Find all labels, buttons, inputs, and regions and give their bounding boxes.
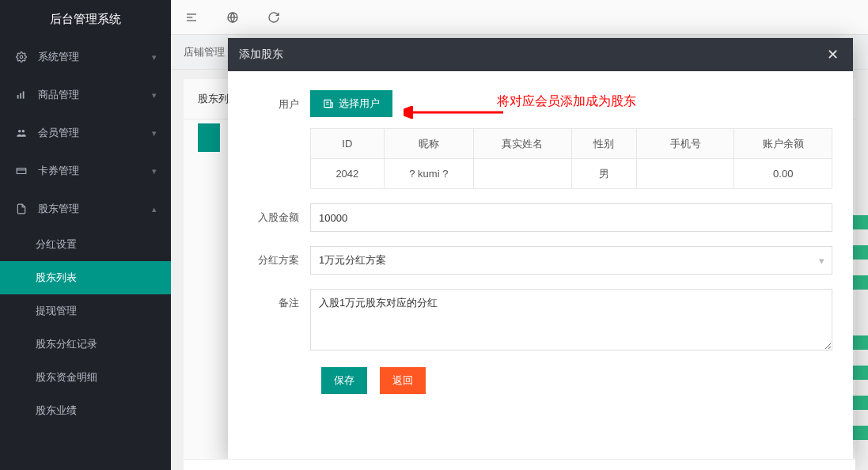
modal-title: 添加股东 <box>239 47 823 62</box>
td-nickname: ? kumi ? <box>384 159 473 189</box>
modal-header: 添加股东 ✕ <box>228 38 853 71</box>
sidebar-group-shareholder[interactable]: 股东管理 ▴ <box>0 190 171 228</box>
topbar <box>171 0 868 35</box>
chevron-down-icon: ▾ <box>152 52 157 63</box>
td-id: 2042 <box>311 159 385 189</box>
td-realname <box>473 159 571 189</box>
select-user-button-label: 选择用户 <box>339 97 380 111</box>
stub <box>852 335 868 350</box>
sidebar-item-fund-detail[interactable]: 股东资金明细 <box>0 361 171 394</box>
right-stubs <box>852 215 868 456</box>
stub <box>852 426 868 440</box>
stub <box>852 215 868 229</box>
sidebar-item-withdraw[interactable]: 提现管理 <box>0 294 171 328</box>
document-icon <box>14 203 28 214</box>
brand-title: 后台管理系统 <box>0 0 171 38</box>
stub <box>852 396 868 410</box>
sidebar-group-system[interactable]: 系统管理 ▾ <box>0 38 171 76</box>
table-header-row: ID 昵称 真实姓名 性别 手机号 账户余额 <box>311 129 832 159</box>
stub <box>852 245 868 260</box>
modal-body: 用户 选择用户 ID 昵称 真实姓名 性别 <box>228 71 853 459</box>
th-realname: 真实姓名 <box>473 129 571 159</box>
th-balance: 账户余额 <box>734 129 832 159</box>
svg-point-4 <box>18 130 21 133</box>
table-row: 2042 ? kumi ? 男 0.00 <box>311 159 832 189</box>
plan-select[interactable]: 1万元分红方案 <box>310 246 832 275</box>
sidebar-item-label: 提现管理 <box>36 304 77 318</box>
chevron-down-icon: ▾ <box>152 90 157 100</box>
card-icon <box>14 165 28 176</box>
label-user: 用户 <box>248 90 310 189</box>
refresh-button[interactable] <box>253 0 294 35</box>
select-user-button[interactable]: 选择用户 <box>310 90 392 117</box>
stub <box>852 366 868 380</box>
sidebar-item-label: 分红设置 <box>36 237 77 252</box>
sidebar-item-label: 股东列表 <box>36 271 77 285</box>
sidebar-item-dividend-record[interactable]: 股东分红记录 <box>0 328 171 361</box>
chart-bars-icon <box>14 89 28 100</box>
sidebar-item-label: 股东分红记录 <box>36 337 97 351</box>
label-remark: 备注 <box>248 289 310 353</box>
svg-rect-2 <box>20 93 21 99</box>
chevron-up-icon: ▴ <box>152 204 157 214</box>
bottom-row <box>184 459 855 470</box>
svg-rect-6 <box>17 169 26 174</box>
sidebar-group-product[interactable]: 商品管理 ▾ <box>0 76 171 114</box>
breadcrumb-text: 店铺管理 <box>184 45 225 59</box>
svg-rect-1 <box>17 95 19 99</box>
label-plan: 分红方案 <box>248 246 310 275</box>
sidebar-item-label: 股东业绩 <box>36 404 77 418</box>
toggle-sidebar-button[interactable] <box>171 0 212 35</box>
amount-input[interactable] <box>310 203 832 232</box>
sidebar-item-performance[interactable]: 股东业绩 <box>0 394 171 427</box>
back-button[interactable]: 返回 <box>380 367 426 394</box>
sidebar-group-label: 系统管理 <box>38 50 152 64</box>
modal-add-shareholder: 添加股东 ✕ 用户 选择用户 ID 昵称 <box>228 38 853 459</box>
sidebar-group-coupon[interactable]: 卡券管理 ▾ <box>0 152 171 190</box>
th-nickname: 昵称 <box>384 129 473 159</box>
svg-point-5 <box>22 130 25 133</box>
sidebar-group-label: 股东管理 <box>38 202 152 216</box>
panel-action-button[interactable] <box>198 123 220 152</box>
label-amount: 入股金额 <box>248 203 310 232</box>
sidebar-group-label: 卡券管理 <box>38 164 152 178</box>
sidebar-item-label: 股东资金明细 <box>36 370 97 385</box>
td-balance: 0.00 <box>734 159 832 189</box>
stub <box>852 275 868 290</box>
close-icon[interactable]: ✕ <box>823 46 842 63</box>
th-phone: 手机号 <box>636 129 734 159</box>
svg-point-0 <box>20 55 23 59</box>
td-phone <box>636 159 734 189</box>
td-gender: 男 <box>571 159 636 189</box>
sidebar-group-member[interactable]: 会员管理 ▾ <box>0 114 171 152</box>
svg-rect-3 <box>23 91 25 98</box>
sidebar: 后台管理系统 系统管理 ▾ 商品管理 ▾ 会员管理 ▾ 卡券管理 ▾ 股东管理 … <box>0 0 171 470</box>
save-button[interactable]: 保存 <box>321 367 367 394</box>
th-gender: 性别 <box>571 129 636 159</box>
sidebar-item-shareholder-list[interactable]: 股东列表 <box>0 261 171 294</box>
sidebar-group-label: 商品管理 <box>38 88 152 102</box>
sidebar-item-dividend-settings[interactable]: 分红设置 <box>0 228 171 261</box>
sidebar-group-label: 会员管理 <box>38 126 152 140</box>
select-user-icon <box>323 98 334 109</box>
users-icon <box>14 127 28 138</box>
chevron-down-icon: ▾ <box>152 166 157 176</box>
th-id: ID <box>311 129 385 159</box>
chevron-down-icon: ▾ <box>152 128 157 138</box>
globe-button[interactable] <box>212 0 253 35</box>
gear-icon <box>14 51 28 63</box>
user-table: ID 昵称 真实姓名 性别 手机号 账户余额 2042 ? kumi ? <box>310 128 832 189</box>
remark-textarea[interactable] <box>310 289 832 351</box>
